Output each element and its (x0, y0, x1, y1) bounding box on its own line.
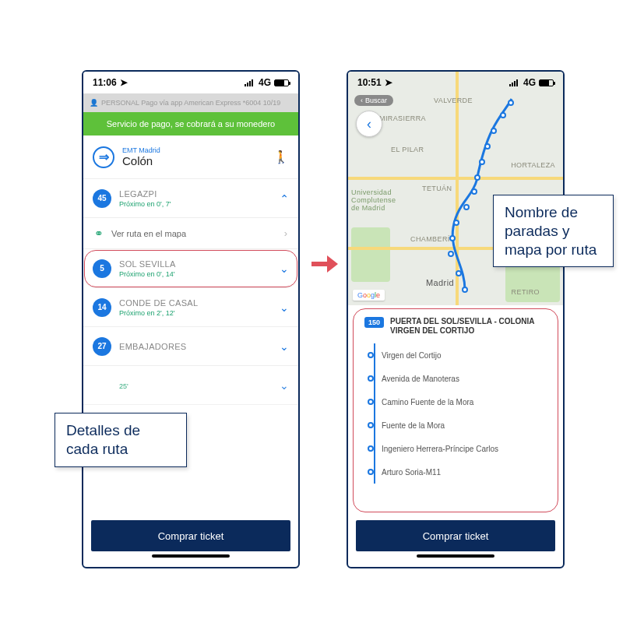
chevron-down-icon: ⌄ (280, 379, 289, 392)
route-row[interactable]: 25' ⌄ (83, 366, 298, 405)
route-path (348, 72, 563, 305)
network-label: 4G (523, 77, 536, 88)
callout-left: Detalles de cada ruta (55, 413, 187, 467)
route-next: 25' (119, 382, 272, 390)
callout-right: Nombre de paradas y mapa por ruta (493, 195, 614, 267)
route-stop-dot (463, 204, 470, 210)
stop-item[interactable]: Ingeniero Herrera-Príncipe Carlos (368, 437, 547, 460)
line-badge: 150 (364, 317, 384, 328)
signal-icon (509, 79, 520, 86)
route-stop-dot (462, 287, 468, 293)
stop-name: Colón (122, 154, 266, 167)
stop-dot-icon (368, 445, 374, 452)
route-next: Próximo en 0', 14' (119, 270, 272, 278)
route-stop-dot (448, 251, 454, 257)
phone-route-details: 11:06 ➤ 4G 👤 PERSONAL Pago vía app Ameri… (82, 70, 300, 568)
route-row[interactable]: 27 EMBAJADORES ⌄ (83, 327, 298, 366)
location-icon: ➤ (385, 77, 392, 88)
route-row[interactable]: 14 CONDE DE CASAL Próximo en 2', 12' ⌄ (83, 288, 298, 327)
location-icon: ➤ (120, 77, 128, 88)
line-title: PUERTA DEL SOL/SEVILLA - COLONIA VIRGEN … (390, 317, 547, 336)
stop-item[interactable]: Avenida de Manoteras (368, 367, 547, 390)
chevron-right-icon: › (284, 227, 287, 239)
route-badge: 5 (93, 259, 111, 278)
route-stop-dot (508, 100, 514, 106)
route-stop-dot (479, 159, 485, 165)
stop-item[interactable]: Virgen del Cortijo (368, 343, 547, 367)
stop-dot-icon (368, 399, 374, 405)
emt-logo-icon: ⇒ (93, 146, 114, 168)
payment-subheader: 👤 PERSONAL Pago vía app American Express… (83, 93, 298, 112)
stop-item[interactable]: Arturo Soria-M11 (368, 460, 547, 484)
bottom-bar: Comprar ticket (348, 512, 563, 567)
buy-ticket-button[interactable]: Comprar ticket (356, 520, 555, 551)
route-name: EMBAJADORES (119, 342, 272, 351)
map-link-label: Ver ruta en el mapa (111, 229, 276, 238)
route-stop-dot (491, 128, 497, 134)
route-stop-dot (456, 270, 462, 276)
route-row-highlighted[interactable]: 5 SOL SEVILLA Próximo en 0', 14' ⌄ (83, 249, 298, 288)
home-indicator (152, 554, 230, 558)
route-stop-dot (474, 174, 480, 181)
walk-icon: 🚶 (273, 150, 289, 164)
chevron-up-icon: ⌄ (280, 192, 289, 205)
stop-dot-icon (368, 352, 374, 358)
back-button[interactable]: ‹ (356, 111, 382, 137)
status-bar: 10:51 ➤ 4G (348, 72, 563, 93)
stop-dot-icon (368, 375, 374, 382)
route-name: LEGAZPI (119, 189, 272, 199)
arrow-icon (311, 255, 338, 273)
route-stop-dot (484, 143, 491, 150)
home-indicator (417, 554, 494, 558)
route-icon: ⚭ (94, 227, 104, 240)
route-row[interactable]: 45 LEGAZPI Próximo en 0', 7' ⌄ (83, 179, 298, 218)
status-bar: 11:06 ➤ 4G (83, 72, 298, 93)
map[interactable]: ‹ Buscar ‹ VALVERDE MIRASIERRA EL PILAR … (348, 72, 563, 305)
chevron-down-icon: ⌄ (280, 262, 289, 275)
payment-banner: Servicio de pago, se cobrará a su monede… (83, 112, 298, 135)
network-label: 4G (259, 77, 271, 88)
route-next: Próximo en 2', 12' (119, 309, 272, 317)
route-badge: 27 (93, 337, 111, 356)
stop-dot-icon (368, 422, 374, 428)
route-stop-dot (471, 188, 477, 195)
phone-route-map: 10:51 ➤ 4G ‹ Buscar ‹ VALVERDE MIRASIERR… (347, 70, 565, 568)
signal-icon (245, 79, 255, 86)
buy-ticket-button[interactable]: Comprar ticket (91, 520, 290, 551)
view-route-map[interactable]: ⚭ Ver ruta en el mapa › (83, 218, 298, 249)
route-name: CONDE DE CASAL (119, 298, 272, 308)
route-next: Próximo en 0', 7' (119, 200, 272, 208)
person-icon: 👤 (90, 99, 98, 107)
provider-label: EMT Madrid (122, 146, 266, 154)
route-badge: 45 (93, 189, 111, 208)
chevron-down-icon: ⌄ (280, 340, 289, 353)
status-time: 10:51 (357, 77, 382, 88)
stop-connector (374, 343, 375, 484)
stop-item[interactable]: Camino Fuente de la Mora (368, 390, 547, 413)
battery-icon (274, 79, 289, 86)
route-badge: 14 (93, 298, 111, 317)
route-stop-dot (453, 220, 459, 226)
google-badge: Google (353, 290, 385, 301)
stop-list: Virgen del Cortijo Avenida de Manoteras … (368, 343, 547, 484)
route-stop-dot (449, 235, 456, 241)
bottom-bar: Comprar ticket (83, 512, 298, 567)
stop-dot-icon (368, 469, 374, 475)
chevron-down-icon: ⌄ (280, 301, 289, 314)
stop-item[interactable]: Fuente de la Mora (368, 413, 547, 437)
route-name: SOL SEVILLA (119, 259, 272, 269)
route-stop-dot (500, 112, 506, 118)
stop-header: ⇒ EMT Madrid Colón 🚶 (83, 135, 298, 179)
stops-panel: 150 PUERTA DEL SOL/SEVILLA - COLONIA VIR… (353, 308, 558, 512)
battery-icon (539, 79, 554, 86)
status-time: 11:06 (93, 77, 117, 88)
